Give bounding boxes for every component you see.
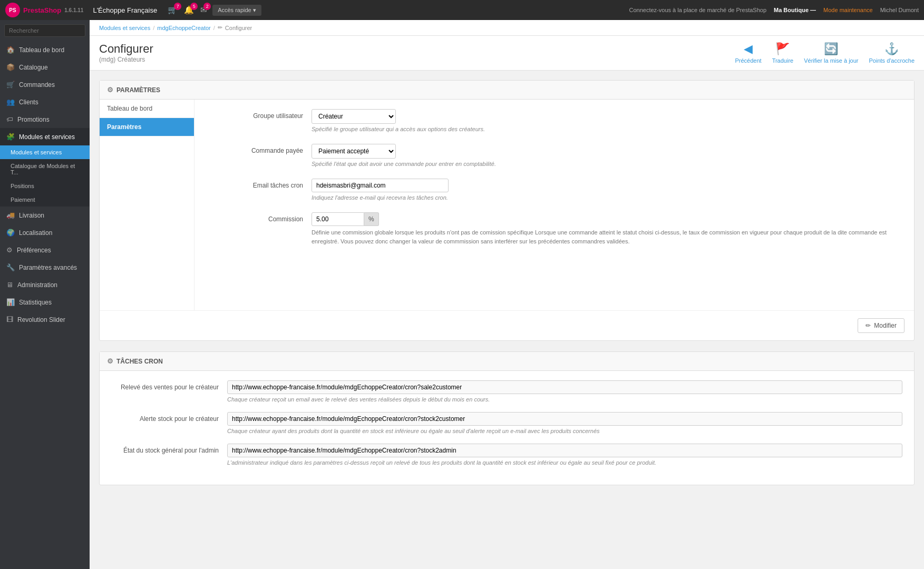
sidebar-item-label: Modules et services: [19, 133, 75, 141]
cron-gear-icon: ⚙: [107, 357, 113, 365]
anchor-icon: ⚓: [884, 42, 899, 56]
section-parametres-inner: Tableau de bord Paramètres Groupe utilis…: [100, 100, 914, 310]
hint-groupe: Spécifié le groupe utilisateur qui a acc…: [312, 126, 902, 132]
sidebar-item-catalogue[interactable]: 📦 Catalogue: [0, 58, 90, 76]
section-parametres-title: PARAMÈTRES: [116, 86, 160, 94]
page-subtitle: (mdg) Créateurs: [99, 56, 153, 63]
topnav-right: Connectez-vous à la place de marché de P…: [629, 7, 919, 13]
modify-button[interactable]: ✏ Modifier: [858, 318, 904, 333]
verifier-label: Vérifier la mise à jour: [804, 57, 858, 64]
sidebar-item-localisation[interactable]: 🌍 Localisation: [0, 224, 90, 241]
control-commande: Paiement accepté Spécifié l'état que doi…: [312, 144, 902, 167]
sidebar-item-modules[interactable]: 🧩 Modules et services: [0, 128, 90, 145]
topnav-icons: 🛒 7 🔔 5 ✉ 2: [168, 5, 207, 15]
marketplace-link[interactable]: Connectez-vous à la place de marché de P…: [629, 7, 767, 13]
catalogue-modules-label: Catalogue de Modules et T...: [11, 163, 83, 175]
tab-tableau[interactable]: Tableau de bord: [100, 100, 194, 118]
bell-badge[interactable]: 🔔 5: [184, 5, 194, 15]
cron-label-alerte: Alerte stock pour le créateur: [111, 412, 227, 423]
points-button[interactable]: ⚓ Points d'accroche: [869, 42, 915, 64]
control-email: Indiquez l'adresse e-mail qui recevra le…: [312, 179, 902, 201]
tab-parametres[interactable]: Paramètres: [100, 118, 194, 136]
sidebar-item-commandes[interactable]: 🛒 Commandes: [0, 76, 90, 93]
sidebar-item-promotions[interactable]: 🏷 Promotions: [0, 111, 90, 128]
input-releve[interactable]: [227, 380, 902, 394]
section-cron: ⚙ TÂCHES CRON Relevé des ventes pour le …: [99, 351, 915, 485]
gear-icon: ⚙: [107, 86, 113, 94]
inner-content: ⚙ PARAMÈTRES Tableau de bord Paramètres …: [90, 71, 924, 569]
topnav: PS PrestaShop 1.6.1.11 L'Échoppe Françai…: [0, 0, 924, 20]
bell-count: 5: [190, 3, 198, 10]
statistiques-icon: 📊: [6, 298, 15, 306]
hint-releve: Chaque créateur reçoit un email avec le …: [227, 396, 902, 403]
precedent-button[interactable]: ◀ Précédent: [735, 42, 761, 64]
input-email[interactable]: [312, 179, 449, 192]
breadcrumb-current: ✏: [218, 24, 222, 31]
input-etat[interactable]: [227, 444, 902, 457]
email-count: 2: [203, 3, 211, 10]
page-title: Configurer: [99, 42, 153, 56]
sidebar-item-label: Promotions: [17, 116, 50, 123]
flag-icon: 🚩: [775, 42, 790, 56]
sidebar-item-statistiques[interactable]: 📊 Statistiques: [0, 293, 90, 311]
paiement-label: Paiement: [11, 197, 35, 203]
traduire-button[interactable]: 🚩 Traduire: [772, 42, 794, 64]
hint-etat: L'administrateur indiqué dans les paramè…: [227, 459, 902, 466]
cart-badge[interactable]: 🛒 7: [168, 5, 178, 15]
sidebar: 🏠 Tableau de bord 📦 Catalogue 🛒 Commande…: [0, 20, 90, 569]
sidebar-item-paiement[interactable]: Paiement: [0, 193, 90, 207]
label-commission: Commission: [206, 212, 312, 223]
sidebar-item-label: Catalogue: [19, 64, 48, 71]
cron-label-etat: État du stock général pour l'admin: [111, 444, 227, 454]
breadcrumb-configurer: Configurer: [225, 25, 252, 31]
modify-label: Modifier: [874, 322, 897, 329]
sidebar-item-clients[interactable]: 👥 Clients: [0, 93, 90, 111]
sidebar-item-administration[interactable]: 🖥 Administration: [0, 276, 90, 293]
label-email: Email tâches cron: [206, 179, 312, 189]
logo-icon: PS: [5, 3, 20, 17]
promotions-icon: 🏷: [6, 115, 13, 123]
sidebar-item-label: Localisation: [19, 229, 52, 237]
input-alerte[interactable]: [227, 412, 902, 426]
breadcrumb-sep-1: /: [153, 25, 154, 31]
modules-services-label: Modules et services: [11, 149, 62, 155]
sidebar-item-catalogue-modules[interactable]: Catalogue de Modules et T...: [0, 159, 90, 179]
acces-rapide-button[interactable]: Accès rapide: [212, 5, 261, 16]
sidebar-item-revolution[interactable]: 🎞 Revolution Slider: [0, 311, 90, 328]
search-input[interactable]: [4, 24, 85, 37]
select-commande[interactable]: Paiement accepté: [312, 144, 396, 159]
verifier-button[interactable]: 🔄 Vérifier la mise à jour: [804, 42, 858, 64]
percent-suffix: %: [364, 212, 379, 226]
sidebar-item-parametres[interactable]: 🔧 Paramètres avancés: [0, 259, 90, 276]
form-row-commande: Commande payée Paiement accepté Spécifié…: [206, 144, 902, 167]
cron-control-alerte: Chaque créateur ayant des produits dont …: [227, 412, 902, 434]
breadcrumb-creator[interactable]: mdgEchoppeCreator: [157, 25, 211, 31]
localisation-icon: 🌍: [6, 229, 15, 237]
breadcrumb-modules[interactable]: Modules et services: [99, 25, 150, 31]
livraison-icon: 🚚: [6, 211, 15, 219]
username-label[interactable]: Michel Dumont: [880, 7, 919, 13]
sidebar-sub-modules: Modules et services Catalogue de Modules…: [0, 145, 90, 207]
content-wrap: Modules et services / mdgEchoppeCreator …: [90, 20, 924, 569]
sidebar-item-dashboard[interactable]: 🏠 Tableau de bord: [0, 41, 90, 58]
precedent-icon: ◀: [744, 42, 753, 56]
sidebar-item-label: Revolution Slider: [17, 316, 65, 323]
sidebar-item-label: Clients: [19, 99, 38, 106]
edit-icon: ✏: [865, 322, 871, 329]
sidebar-search-wrap: [0, 20, 90, 41]
breadcrumb: Modules et services / mdgEchoppeCreator …: [90, 20, 924, 36]
sidebar-item-preferences[interactable]: ⚙ Préférences: [0, 241, 90, 259]
section-parametres-header: ⚙ PARAMÈTRES: [100, 81, 914, 100]
store-label: Ma Boutique —: [774, 7, 816, 13]
sidebar-item-label: Préférences: [17, 247, 51, 254]
sidebar-item-label: Paramètres avancés: [19, 264, 77, 271]
sidebar-item-modules-services[interactable]: Modules et services: [0, 145, 90, 159]
cron-control-etat: L'administrateur indiqué dans les paramè…: [227, 444, 902, 466]
sidebar-item-livraison[interactable]: 🚚 Livraison: [0, 207, 90, 224]
select-groupe[interactable]: Créateur: [312, 109, 396, 124]
input-commission[interactable]: [312, 212, 364, 226]
sidebar-item-positions[interactable]: Positions: [0, 179, 90, 193]
sidebar-item-label: Commandes: [19, 81, 55, 89]
cron-row-alerte: Alerte stock pour le créateur Chaque cré…: [111, 412, 902, 434]
email-badge[interactable]: ✉ 2: [200, 5, 207, 15]
